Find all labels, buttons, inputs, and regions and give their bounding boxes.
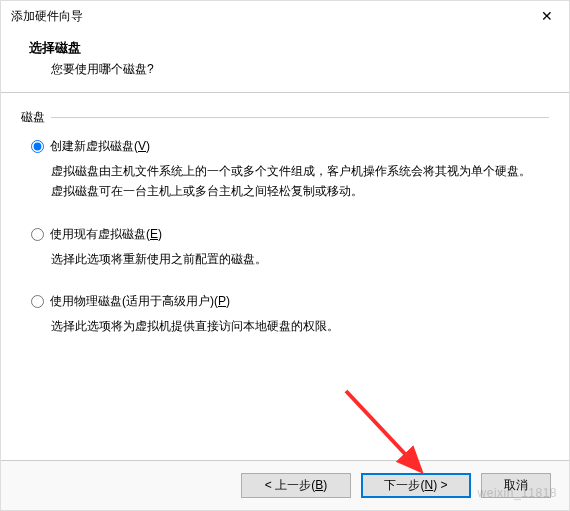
next-button[interactable]: 下一步(N) >	[361, 473, 471, 498]
option-use-physical-row[interactable]: 使用物理磁盘(适用于高级用户)(P)	[31, 293, 539, 310]
label-text-post: )	[158, 227, 162, 241]
option-create-new: 创建新虚拟磁盘(V) 虚拟磁盘由主机文件系统上的一个或多个文件组成，客户机操作系…	[31, 138, 539, 202]
option-use-physical: 使用物理磁盘(适用于高级用户)(P) 选择此选项将为虚拟机提供直接访问本地硬盘的…	[31, 293, 539, 336]
option-create-new-desc: 虚拟磁盘由主机文件系统上的一个或多个文件组成，客户机操作系统会将其视为单个硬盘。…	[31, 155, 531, 202]
close-button[interactable]: ✕	[524, 1, 569, 31]
page-subheading: 您要使用哪个磁盘?	[29, 61, 559, 78]
svg-line-0	[346, 391, 421, 471]
close-icon: ✕	[541, 8, 553, 24]
option-use-existing-row[interactable]: 使用现有虚拟磁盘(E)	[31, 226, 539, 243]
label-hotkey: E	[150, 227, 158, 241]
back-button[interactable]: < 上一步(B)	[241, 473, 351, 498]
back-button-pre: < 上一步(	[265, 478, 315, 492]
radio-use-existing[interactable]	[31, 228, 44, 241]
label-text-post: )	[226, 294, 230, 308]
option-create-new-label: 创建新虚拟磁盘(V)	[50, 138, 150, 155]
page-heading: 选择磁盘	[29, 39, 559, 57]
fieldset-legend: 磁盘	[21, 109, 549, 126]
label-text-post: )	[146, 139, 150, 153]
back-button-post: )	[323, 478, 327, 492]
option-use-existing: 使用现有虚拟磁盘(E) 选择此选项将重新使用之前配置的磁盘。	[31, 226, 539, 269]
label-hotkey: V	[138, 139, 146, 153]
window-title: 添加硬件向导	[11, 8, 83, 25]
label-text: 使用现有虚拟磁盘(	[50, 227, 150, 241]
option-use-existing-label: 使用现有虚拟磁盘(E)	[50, 226, 162, 243]
label-hotkey: P	[218, 294, 226, 308]
fieldset-legend-text: 磁盘	[21, 109, 45, 126]
cancel-button[interactable]: 取消	[481, 473, 551, 498]
back-button-hotkey: B	[315, 478, 323, 492]
option-use-existing-desc: 选择此选项将重新使用之前配置的磁盘。	[31, 243, 531, 269]
titlebar: 添加硬件向导 ✕	[1, 1, 569, 31]
next-button-pre: 下一步(	[384, 478, 424, 492]
content-area: 磁盘 创建新虚拟磁盘(V) 虚拟磁盘由主机文件系统上的一个或多个文件组成，客户机…	[1, 93, 569, 371]
option-create-new-row[interactable]: 创建新虚拟磁盘(V)	[31, 138, 539, 155]
disk-options: 创建新虚拟磁盘(V) 虚拟磁盘由主机文件系统上的一个或多个文件组成，客户机操作系…	[21, 126, 549, 337]
label-text: 使用物理磁盘(适用于高级用户)(	[50, 294, 218, 308]
option-use-physical-label: 使用物理磁盘(适用于高级用户)(P)	[50, 293, 230, 310]
radio-use-physical[interactable]	[31, 295, 44, 308]
option-use-physical-desc: 选择此选项将为虚拟机提供直接访问本地硬盘的权限。	[31, 310, 531, 336]
next-button-post: ) >	[433, 478, 447, 492]
wizard-header: 选择磁盘 您要使用哪个磁盘?	[1, 31, 569, 92]
button-bar: < 上一步(B) 下一步(N) > 取消	[1, 460, 569, 510]
label-text: 创建新虚拟磁盘(	[50, 139, 138, 153]
radio-create-new[interactable]	[31, 140, 44, 153]
next-button-hotkey: N	[424, 478, 433, 492]
